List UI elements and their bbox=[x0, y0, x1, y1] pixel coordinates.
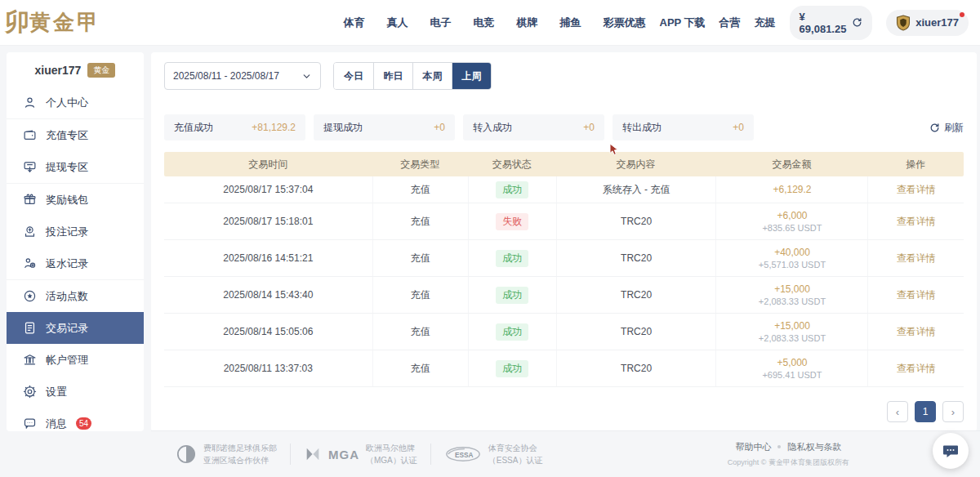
user-menu[interactable]: xiuer177 bbox=[886, 10, 969, 36]
amount-main: +40,000 bbox=[716, 247, 867, 258]
col-content: 交易内容 bbox=[556, 158, 716, 172]
notification-dot bbox=[960, 12, 964, 17]
footer-divider bbox=[430, 444, 431, 465]
tab-last-week[interactable]: 上周 bbox=[452, 63, 491, 89]
view-detail-link[interactable]: 查看详情 bbox=[868, 215, 963, 229]
help-center-link[interactable]: 帮助中心 bbox=[735, 441, 771, 453]
col-amount: 交易金额 bbox=[715, 158, 867, 172]
tab-this-week[interactable]: 本周 bbox=[412, 63, 452, 89]
nav-slots[interactable]: 电子 bbox=[430, 16, 452, 30]
sidebar-item-label: 充值专区 bbox=[46, 128, 88, 143]
cell-amount: +15,000+2,083.33 USDT bbox=[715, 277, 867, 313]
cell-content: TRC20 bbox=[556, 350, 716, 386]
table-header: 交易时间 交易类型 交易状态 交易内容 交易金额 操作 bbox=[164, 152, 964, 176]
view-detail-link[interactable]: 查看详情 bbox=[868, 325, 963, 339]
cell-time: 2025/08/16 14:51:21 bbox=[164, 240, 372, 276]
view-detail-link[interactable]: 查看详情 bbox=[868, 288, 963, 302]
chip-label: 转入成功 bbox=[473, 121, 512, 135]
sidebar-item-personal-center[interactable]: 个人中心 bbox=[7, 87, 144, 118]
promo-link[interactable]: 优惠 bbox=[625, 16, 646, 30]
balance-pill[interactable]: ¥ 69,081.25 bbox=[790, 6, 873, 40]
nav-esports[interactable]: 电竞 bbox=[474, 16, 495, 30]
refresh-balance-icon[interactable] bbox=[852, 17, 862, 28]
status-badge: 失败 bbox=[496, 213, 528, 230]
bank-icon bbox=[23, 353, 37, 367]
gift-icon bbox=[23, 193, 37, 207]
chip-label: 充值成功 bbox=[174, 121, 213, 135]
main-nav: 体育 真人 电子 电竞 棋牌 捕鱼 彩票 bbox=[344, 16, 625, 30]
view-detail-link[interactable]: 查看详情 bbox=[868, 183, 963, 197]
next-page-button[interactable]: › bbox=[942, 401, 964, 422]
privacy-terms-link[interactable]: 隐私权与条款 bbox=[787, 441, 841, 453]
status-badge: 成功 bbox=[496, 287, 528, 304]
deposit-withdraw-link[interactable]: 充提 bbox=[755, 16, 776, 30]
partner-logos: 费耶诺德足球俱乐部 亚洲区域合作伙伴 MGA 欧洲马尔他牌 （MGA）认证 ES… bbox=[176, 442, 542, 466]
view-detail-link[interactable]: 查看详情 bbox=[868, 362, 963, 376]
header-right: 优惠 APP 下载 合营 充提 ¥ 69,081.25 xiuer177 bbox=[625, 6, 969, 40]
bet-record-icon bbox=[23, 225, 37, 238]
cell-amount: +15,000+2,083.33 USDT bbox=[715, 314, 867, 350]
summary-row: 充值成功 +81,129.2 提现成功 +0 转入成功 +0 转出成功 +0 bbox=[164, 114, 964, 140]
sidebar-item-reward-wallet[interactable]: 奖励钱包 bbox=[7, 184, 144, 216]
customer-service-button[interactable] bbox=[933, 433, 969, 469]
summary-transfer-out-success: 转出成功 +0 bbox=[612, 114, 754, 140]
sidebar-item-rebate-records[interactable]: 返水记录 bbox=[7, 247, 144, 279]
logo-mark-icon: 卯 bbox=[5, 6, 29, 39]
sidebar-item-deposit[interactable]: 充值专区 bbox=[7, 119, 144, 151]
footer-link-separator bbox=[777, 445, 781, 448]
nav-live[interactable]: 真人 bbox=[387, 16, 408, 30]
current-page-button[interactable]: 1 bbox=[915, 401, 936, 422]
cell-status: 成功 bbox=[468, 176, 556, 203]
chevron-down-icon bbox=[301, 71, 312, 82]
sidebar-item-account-management[interactable]: 帐户管理 bbox=[7, 344, 144, 376]
balance-amount: ¥ 69,081.25 bbox=[800, 11, 848, 35]
cell-status: 成功 bbox=[468, 240, 556, 276]
sidebar-item-activity-points[interactable]: 活动点数 bbox=[7, 280, 144, 312]
sidebar-item-bet-records[interactable]: 投注记录 bbox=[7, 216, 144, 247]
sidebar-item-messages[interactable]: 消息 54 bbox=[7, 408, 144, 439]
affiliate-link[interactable]: 合营 bbox=[719, 16, 741, 30]
chat-bubble-icon bbox=[941, 441, 960, 461]
date-range-select[interactable]: 2025/08/11 - 2025/08/17 bbox=[164, 62, 321, 90]
view-detail-link[interactable]: 查看详情 bbox=[868, 252, 963, 265]
cell-time: 2025/08/11 13:37:03 bbox=[164, 350, 372, 386]
message-count-badge: 54 bbox=[76, 417, 91, 430]
tab-yesterday[interactable]: 昨日 bbox=[373, 63, 412, 89]
amount-sub: +695.41 USDT bbox=[716, 370, 867, 380]
sidebar-user-row: xiuer177 黄金 bbox=[7, 52, 144, 87]
sidebar-item-label: 交易记录 bbox=[46, 321, 88, 336]
feyenoord-logo-icon bbox=[176, 444, 197, 465]
summary-withdraw-success: 提现成功 +0 bbox=[314, 114, 455, 140]
nav-cards[interactable]: 棋牌 bbox=[517, 16, 538, 30]
nav-sports[interactable]: 体育 bbox=[344, 16, 365, 30]
amount-sub: +2,083.33 USDT bbox=[716, 296, 867, 306]
refresh-icon bbox=[929, 123, 940, 133]
table-row: 2025/08/17 15:18:01 充值 失败 TRC20 +6,000+8… bbox=[164, 203, 964, 240]
partner-text: 欧洲马尔他牌 （MGA）认证 bbox=[366, 442, 417, 466]
rebate-icon bbox=[23, 256, 37, 270]
summary-transfer-in-success: 转入成功 +0 bbox=[463, 114, 604, 140]
tab-today[interactable]: 今日 bbox=[334, 63, 373, 89]
nav-fishing[interactable]: 捕鱼 bbox=[560, 16, 581, 30]
sidebar-item-transaction-records[interactable]: 交易记录 bbox=[7, 312, 144, 344]
cell-amount: +6,000+835.65 USDT bbox=[715, 203, 867, 239]
copyright-text: Copyright © 黄金甲体育集团版权所有 bbox=[728, 457, 849, 468]
nav-lottery[interactable]: 彩票 bbox=[604, 16, 625, 30]
prev-page-button[interactable]: ‹ bbox=[887, 401, 908, 422]
app-download-link[interactable]: APP 下载 bbox=[660, 16, 706, 30]
chip-value: +0 bbox=[733, 122, 744, 133]
summary-deposit-success: 充值成功 +81,129.2 bbox=[164, 114, 305, 140]
amount-main: +15,000 bbox=[716, 320, 867, 332]
cell-status: 失败 bbox=[468, 203, 556, 239]
amount-sub: +5,571.03 USDT bbox=[716, 260, 867, 270]
sidebar-item-withdraw[interactable]: 提现专区 bbox=[7, 151, 144, 183]
refresh-button[interactable]: 刷新 bbox=[929, 121, 964, 135]
status-badge: 成功 bbox=[496, 181, 528, 198]
site-logo[interactable]: 卯 黄金甲 bbox=[11, 6, 131, 39]
cell-time: 2025/08/17 15:37:04 bbox=[164, 176, 372, 203]
cell-time: 2025/08/14 15:43:40 bbox=[164, 277, 372, 313]
sidebar-item-settings[interactable]: 设置 bbox=[7, 376, 144, 408]
cell-content: TRC20 bbox=[556, 203, 716, 239]
amount-main: +5,000 bbox=[716, 357, 867, 368]
amount-main: +6,129.2 bbox=[716, 184, 867, 195]
